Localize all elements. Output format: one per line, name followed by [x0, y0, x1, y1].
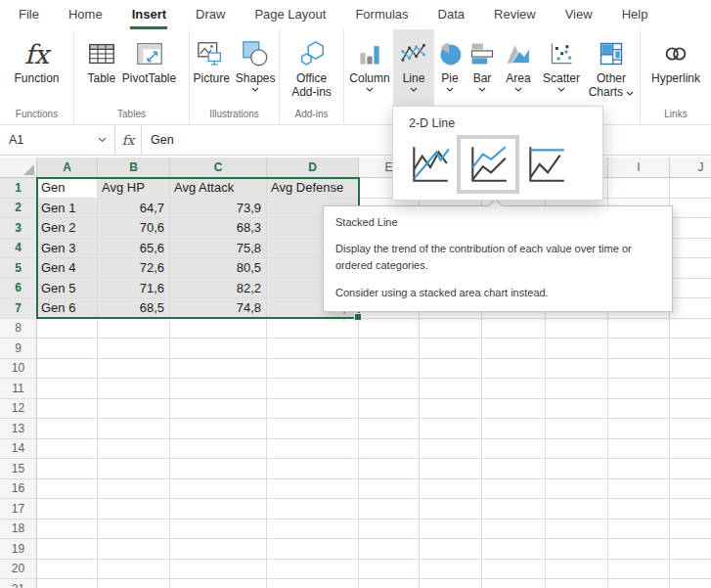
- cell-H8[interactable]: [546, 319, 608, 339]
- cell-I15[interactable]: [608, 459, 670, 479]
- cell-J2[interactable]: [670, 199, 711, 219]
- cell-A16[interactable]: [37, 479, 98, 500]
- shapes-button[interactable]: Shapes: [233, 29, 279, 107]
- cell-C10[interactable]: [170, 359, 267, 380]
- row-header-20[interactable]: 20: [0, 560, 37, 580]
- cell-D1[interactable]: Avg Defense: [267, 178, 359, 199]
- cell-B16[interactable]: [98, 479, 170, 500]
- cell-F15[interactable]: [420, 459, 482, 479]
- cell-B19[interactable]: [98, 539, 170, 560]
- cell-H19[interactable]: [546, 539, 608, 560]
- cell-C2[interactable]: 73,9: [170, 199, 267, 219]
- area-chart-button[interactable]: Area: [499, 29, 538, 107]
- cell-F18[interactable]: [420, 520, 482, 540]
- row-header-8[interactable]: 8: [0, 319, 37, 339]
- cell-A1[interactable]: Gen: [37, 178, 98, 199]
- cell-J19[interactable]: [670, 539, 711, 560]
- row-header-17[interactable]: 17: [0, 499, 37, 520]
- cell-J5[interactable]: [670, 258, 711, 279]
- bar-chart-button[interactable]: Bar: [466, 29, 499, 107]
- cell-E14[interactable]: [359, 439, 420, 460]
- fx-button[interactable]: fx: [115, 125, 142, 155]
- cell-I13[interactable]: [608, 419, 670, 439]
- cell-B14[interactable]: [98, 439, 170, 460]
- cell-I20[interactable]: [608, 560, 670, 580]
- cell-E8[interactable]: [359, 319, 420, 339]
- row-header-12[interactable]: 12: [0, 399, 37, 420]
- cell-D17[interactable]: [267, 499, 359, 520]
- cell-B3[interactable]: 70,6: [98, 218, 170, 239]
- cell-G16[interactable]: [482, 479, 546, 500]
- cell-B9[interactable]: [98, 339, 170, 359]
- cell-I10[interactable]: [608, 359, 670, 380]
- cell-I11[interactable]: [608, 379, 670, 399]
- row-header-5[interactable]: 5: [0, 258, 37, 279]
- cell-F10[interactable]: [420, 359, 482, 380]
- menu-tab-help[interactable]: Help: [607, 0, 663, 29]
- cell-B2[interactable]: 64,7: [98, 199, 170, 219]
- cell-E11[interactable]: [359, 379, 420, 399]
- cell-D14[interactable]: [267, 439, 359, 460]
- cell-D11[interactable]: [267, 379, 359, 399]
- option-stacked-line[interactable]: [457, 135, 519, 194]
- option-100-stacked-line[interactable]: [520, 140, 571, 189]
- cell-J9[interactable]: [670, 339, 711, 359]
- menu-tab-home[interactable]: Home: [54, 0, 117, 29]
- cell-G11[interactable]: [482, 379, 546, 399]
- table-button[interactable]: Table: [84, 29, 119, 107]
- cell-C4[interactable]: 75,8: [170, 239, 267, 259]
- row-header-11[interactable]: 11: [0, 379, 37, 399]
- cell-A12[interactable]: [37, 399, 98, 420]
- cell-G13[interactable]: [482, 419, 546, 439]
- cell-G18[interactable]: [482, 520, 546, 540]
- cell-J10[interactable]: [670, 359, 711, 380]
- cell-G21[interactable]: [482, 579, 546, 588]
- option-line[interactable]: [404, 140, 455, 189]
- name-box[interactable]: A1: [0, 125, 115, 155]
- cell-A11[interactable]: [37, 379, 98, 399]
- column-header-D[interactable]: D: [267, 158, 359, 178]
- cell-A8[interactable]: [37, 319, 98, 339]
- cell-F21[interactable]: [420, 579, 482, 588]
- cell-E21[interactable]: [359, 579, 420, 588]
- cell-A14[interactable]: [37, 439, 98, 460]
- line-chart-button[interactable]: Line: [393, 29, 434, 107]
- office-addins-button[interactable]: Office Add-ins: [289, 29, 334, 107]
- menu-tab-data[interactable]: Data: [423, 0, 479, 29]
- row-header-2[interactable]: 2: [0, 199, 37, 219]
- cell-G19[interactable]: [482, 539, 546, 560]
- cell-C18[interactable]: [170, 520, 267, 540]
- cell-H21[interactable]: [546, 579, 608, 588]
- cell-G15[interactable]: [482, 459, 546, 479]
- cell-G10[interactable]: [482, 359, 546, 380]
- row-header-4[interactable]: 4: [0, 239, 37, 259]
- menu-tab-view[interactable]: View: [551, 0, 607, 29]
- menu-tab-insert[interactable]: Insert: [117, 0, 181, 29]
- cell-B5[interactable]: 72,6: [98, 258, 170, 279]
- cell-J4[interactable]: [670, 239, 711, 259]
- cell-A21[interactable]: [37, 579, 98, 588]
- cell-D15[interactable]: [267, 459, 359, 479]
- cell-H11[interactable]: [546, 379, 608, 399]
- cell-B4[interactable]: 65,6: [98, 239, 170, 259]
- cell-G8[interactable]: [482, 319, 546, 339]
- cell-B13[interactable]: [98, 419, 170, 439]
- row-header-10[interactable]: 10: [0, 359, 37, 380]
- scatter-chart-button[interactable]: Scatter: [538, 29, 585, 107]
- cell-H15[interactable]: [546, 459, 608, 479]
- cell-H12[interactable]: [546, 399, 608, 420]
- cell-I1[interactable]: [608, 178, 670, 199]
- row-header-7[interactable]: 7: [0, 298, 37, 319]
- column-header-B[interactable]: B: [98, 158, 170, 178]
- cell-A13[interactable]: [37, 419, 98, 439]
- cell-F9[interactable]: [420, 339, 482, 359]
- menu-tab-file[interactable]: File: [4, 0, 54, 29]
- pivottable-button[interactable]: PivotTable: [119, 29, 179, 107]
- cell-I9[interactable]: [608, 339, 670, 359]
- cell-J11[interactable]: [670, 379, 711, 399]
- select-all-corner[interactable]: [0, 158, 37, 178]
- menu-tab-formulas[interactable]: Formulas: [340, 0, 422, 29]
- row-header-9[interactable]: 9: [0, 339, 37, 359]
- cell-F19[interactable]: [420, 539, 482, 560]
- pie-chart-button[interactable]: Pie: [434, 29, 466, 107]
